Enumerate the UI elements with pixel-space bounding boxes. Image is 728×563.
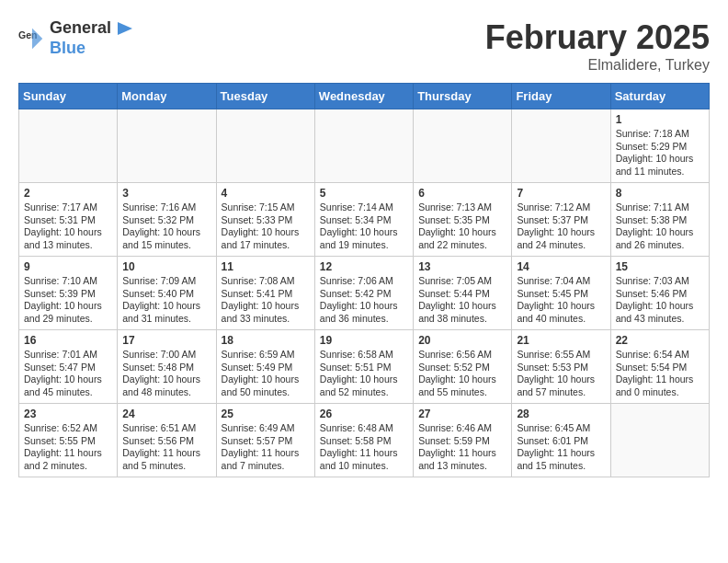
day-number: 13 xyxy=(418,260,506,273)
day-info-line: Daylight: 10 hours xyxy=(222,373,310,386)
day-info-line: and 19 minutes. xyxy=(320,239,408,252)
day-number: 14 xyxy=(517,260,605,273)
calendar-header-row: SundayMondayTuesdayWednesdayThursdayFrid… xyxy=(19,84,710,109)
day-info-line: Sunset: 5:34 PM xyxy=(320,214,408,227)
calendar-cell: 13Sunrise: 7:05 AMSunset: 5:44 PMDayligh… xyxy=(414,257,512,330)
calendar-cell: 8Sunrise: 7:11 AMSunset: 5:38 PMDaylight… xyxy=(610,183,709,257)
day-info-line: Daylight: 11 hours xyxy=(122,447,210,460)
day-info-line: Sunset: 5:51 PM xyxy=(320,362,408,374)
day-number: 5 xyxy=(320,187,408,200)
day-info-line: Sunset: 5:31 PM xyxy=(24,214,112,227)
day-info-line: Sunrise: 7:10 AM xyxy=(24,275,112,288)
calendar-cell: 18Sunrise: 6:59 AMSunset: 5:49 PMDayligh… xyxy=(216,330,314,404)
day-header-tuesday: Tuesday xyxy=(216,84,314,109)
day-info-line: Sunset: 5:38 PM xyxy=(616,214,704,227)
day-info-line: Daylight: 10 hours xyxy=(320,300,408,313)
day-info-line: Sunset: 5:58 PM xyxy=(320,435,408,448)
day-info-line: Daylight: 10 hours xyxy=(24,226,112,239)
day-number: 20 xyxy=(418,334,506,347)
day-number: 6 xyxy=(418,187,506,200)
day-info-line: Daylight: 10 hours xyxy=(418,226,506,239)
calendar-table: SundayMondayTuesdayWednesdayThursdayFrid… xyxy=(18,83,710,477)
day-info-line: Sunrise: 7:08 AM xyxy=(222,275,310,288)
day-info-line: Sunrise: 6:51 AM xyxy=(122,422,210,435)
calendar-cell: 23Sunrise: 6:52 AMSunset: 5:55 PMDayligh… xyxy=(19,404,118,477)
day-info-line: Sunset: 5:40 PM xyxy=(122,288,210,301)
day-number: 26 xyxy=(320,408,408,420)
calendar-cell: 6Sunrise: 7:13 AMSunset: 5:35 PMDaylight… xyxy=(414,183,512,257)
calendar-cell: 12Sunrise: 7:06 AMSunset: 5:42 PMDayligh… xyxy=(314,257,413,330)
day-info-line: Sunrise: 7:00 AM xyxy=(122,349,210,362)
day-info-line: Sunrise: 6:58 AM xyxy=(320,349,408,362)
day-info-line: Sunset: 5:33 PM xyxy=(222,214,310,227)
day-info-line: Sunset: 5:55 PM xyxy=(24,435,112,448)
day-number: 12 xyxy=(320,260,408,273)
day-number: 25 xyxy=(222,408,310,420)
day-info-line: Sunrise: 7:03 AM xyxy=(616,275,704,288)
day-info-line: Daylight: 10 hours xyxy=(222,226,310,239)
day-info-line: Daylight: 10 hours xyxy=(122,373,210,386)
day-info-line: Sunset: 5:49 PM xyxy=(222,362,310,374)
day-info-line: Sunrise: 7:01 AM xyxy=(24,349,112,362)
calendar-subtitle: Elmalidere, Turkey xyxy=(485,57,710,74)
calendar-cell: 19Sunrise: 6:58 AMSunset: 5:51 PMDayligh… xyxy=(314,330,413,404)
day-info-line: Sunset: 5:46 PM xyxy=(616,288,704,301)
calendar-week-row: 23Sunrise: 6:52 AMSunset: 5:55 PMDayligh… xyxy=(19,404,710,477)
calendar-cell: 11Sunrise: 7:08 AMSunset: 5:41 PMDayligh… xyxy=(216,257,314,330)
day-info-line: Daylight: 11 hours xyxy=(24,447,112,460)
day-info-line: and 45 minutes. xyxy=(24,386,112,399)
day-number: 27 xyxy=(418,408,506,420)
day-info-line: Sunset: 5:41 PM xyxy=(222,288,310,301)
day-number: 17 xyxy=(122,334,210,347)
day-info-line: and 15 minutes. xyxy=(517,460,605,473)
calendar-cell xyxy=(512,109,610,183)
day-info-line: and 13 minutes. xyxy=(418,460,506,473)
logo: Gen General Blue xyxy=(18,18,136,58)
day-info-line: and 24 minutes. xyxy=(517,239,605,252)
calendar-cell: 21Sunrise: 6:55 AMSunset: 5:53 PMDayligh… xyxy=(512,330,610,404)
day-info-line: Sunrise: 7:13 AM xyxy=(418,201,506,214)
calendar-cell: 24Sunrise: 6:51 AMSunset: 5:56 PMDayligh… xyxy=(118,404,216,477)
day-info-line: and 22 minutes. xyxy=(418,239,506,252)
day-number: 2 xyxy=(24,187,112,200)
day-info-line: Daylight: 10 hours xyxy=(517,373,605,386)
day-info-line: Sunrise: 7:11 AM xyxy=(616,201,704,214)
day-info-line: Daylight: 10 hours xyxy=(616,226,704,239)
day-info-line: Daylight: 11 hours xyxy=(517,447,605,460)
day-info-line: and 33 minutes. xyxy=(222,313,310,326)
day-info-line: Sunrise: 7:04 AM xyxy=(517,275,605,288)
calendar-cell: 17Sunrise: 7:00 AMSunset: 5:48 PMDayligh… xyxy=(118,330,216,404)
day-number: 23 xyxy=(24,408,112,420)
calendar-cell: 25Sunrise: 6:49 AMSunset: 5:57 PMDayligh… xyxy=(216,404,314,477)
day-info-line: Sunrise: 7:06 AM xyxy=(320,275,408,288)
day-info-line: and 29 minutes. xyxy=(24,313,112,326)
day-info-line: Sunset: 5:57 PM xyxy=(222,435,310,448)
calendar-cell: 14Sunrise: 7:04 AMSunset: 5:45 PMDayligh… xyxy=(512,257,610,330)
day-info-line: and 31 minutes. xyxy=(122,313,210,326)
day-number: 8 xyxy=(616,187,704,200)
day-info-line: and 57 minutes. xyxy=(517,386,605,399)
day-info-line: Sunset: 5:39 PM xyxy=(24,288,112,301)
day-info-line: Daylight: 10 hours xyxy=(418,373,506,386)
day-info-line: Sunset: 5:53 PM xyxy=(517,362,605,374)
calendar-cell xyxy=(216,109,314,183)
day-header-monday: Monday xyxy=(118,84,216,109)
day-info-line: and 5 minutes. xyxy=(122,460,210,473)
day-info-line: Sunrise: 6:56 AM xyxy=(418,349,506,362)
logo-icon: Gen xyxy=(18,25,46,52)
day-number: 16 xyxy=(24,334,112,347)
day-info-line: Sunrise: 6:46 AM xyxy=(418,422,506,435)
calendar-cell: 10Sunrise: 7:09 AMSunset: 5:40 PMDayligh… xyxy=(118,257,216,330)
day-info-line: and 55 minutes. xyxy=(418,386,506,399)
day-number: 15 xyxy=(616,260,704,273)
day-info-line: Sunset: 5:48 PM xyxy=(122,362,210,374)
day-info-line: Sunset: 5:47 PM xyxy=(24,362,112,374)
day-number: 28 xyxy=(517,408,605,420)
day-info-line: Sunrise: 6:55 AM xyxy=(517,349,605,362)
calendar-cell xyxy=(118,109,216,183)
day-info-line: Sunrise: 7:14 AM xyxy=(320,201,408,214)
day-info-line: and 10 minutes. xyxy=(320,460,408,473)
svg-marker-1 xyxy=(32,28,42,49)
calendar-cell: 1Sunrise: 7:18 AMSunset: 5:29 PMDaylight… xyxy=(610,109,709,183)
day-info-line: Daylight: 10 hours xyxy=(616,300,704,313)
